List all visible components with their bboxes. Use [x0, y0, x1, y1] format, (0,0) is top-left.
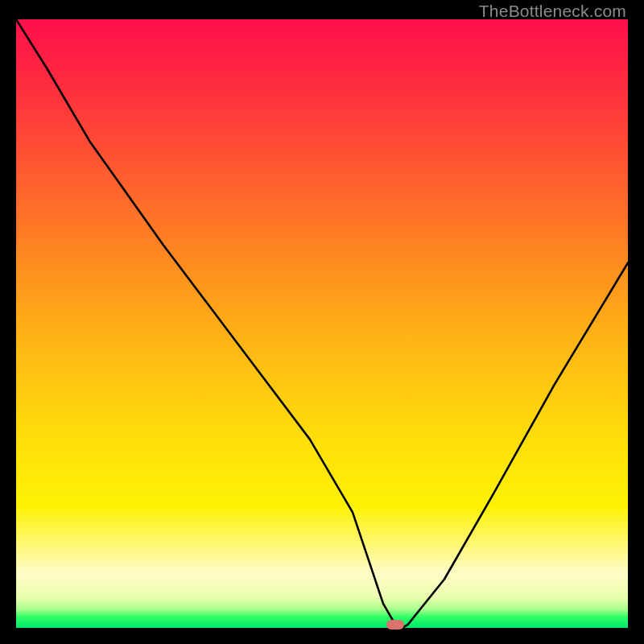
- plot-area: [16, 19, 628, 628]
- chart-container: TheBottleneck.com: [0, 0, 644, 644]
- heat-gradient-background: [16, 19, 628, 628]
- optimal-point-marker: [386, 620, 404, 630]
- watermark-text: TheBottleneck.com: [479, 2, 626, 21]
